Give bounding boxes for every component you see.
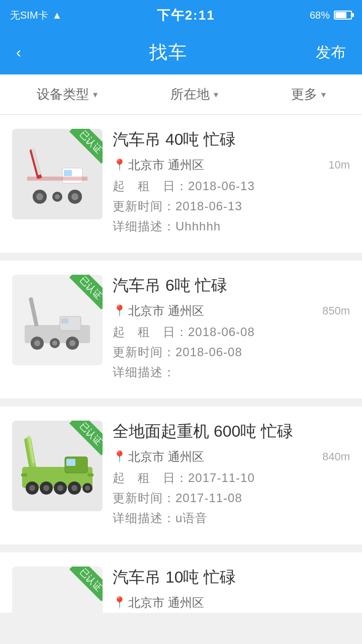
signal-text: 无SIM卡 [10,9,48,22]
svg-rect-38 [21,473,27,476]
certified-label: 已认证 [69,275,103,309]
svg-rect-11 [27,177,87,181]
update-time: 更新时间：2018-06-08 [113,344,350,360]
description: 详细描述：u语音 [113,510,350,526]
card-location: 📍 北京市 通州区 [113,157,204,173]
card-location-row: 📍 北京市 通州区 10m [113,157,350,173]
certified-label: 已认证 [69,567,103,601]
wifi-icon: ▲ [52,10,62,21]
location-icon: 📍 [113,158,126,172]
card-distance: 10m [328,158,350,172]
list-item[interactable]: 已认证 汽车吊 10吨 忙碌 📍 北京市 通州区 [0,552,362,613]
card-location-row: 📍 北京市 通州区 [113,595,350,611]
card-location: 📍 北京市 通州区 [113,595,204,611]
description: 详细描述：Uhhhhh [113,218,350,234]
start-date: 起 租 日：2018-06-08 [113,324,350,340]
chevron-down-icon: ▾ [321,89,326,100]
battery-icon [334,11,352,20]
list-item[interactable]: 已认证 [0,407,362,544]
page-title: 找车 [149,40,188,65]
location-text: 北京市 通州区 [128,157,204,173]
crane-image-container: 已认证 [12,275,103,365]
svg-rect-14 [61,318,68,324]
crane-image-container: 已认证 [12,421,103,511]
certified-label: 已认证 [69,421,103,455]
card-details: 全地面起重机 600吨 忙碌 📍 北京市 通州区 840m 起 租 日：2017… [113,421,350,530]
certified-badge: 已认证 [62,129,103,169]
card-title: 汽车吊 6吨 忙碌 [113,275,350,297]
svg-point-21 [52,341,57,346]
list-item[interactable]: 已认证 汽车吊 40 [0,115,362,253]
svg-point-37 [85,486,90,491]
publish-button[interactable]: 发布 [312,38,350,67]
filter-equipment-type[interactable]: 设备类型 ▾ [37,86,98,103]
card-location: 📍 北京市 通州区 [113,449,204,465]
location-text: 北京市 通州区 [128,449,204,465]
description: 详细描述： [113,364,350,380]
location-icon: 📍 [113,596,126,609]
card-title: 汽车吊 40吨 忙碌 [113,129,350,151]
filter-more-label: 更多 [291,86,317,103]
update-time: 更新时间：2017-11-08 [113,490,350,506]
svg-point-6 [36,193,43,200]
svg-rect-2 [64,170,72,176]
start-date: 起 租 日：2017-11-10 [113,470,350,486]
svg-rect-15 [29,297,39,327]
svg-point-19 [69,340,75,346]
list-item[interactable]: 已认证 汽车吊 6吨 忙碌 📍 北京市 通州区 [0,261,362,398]
start-date: 起 租 日：2018-06-13 [113,178,350,194]
filter-more[interactable]: 更多 ▾ [291,86,326,103]
svg-point-29 [29,485,35,491]
card-details: 汽车吊 10吨 忙碌 📍 北京市 通州区 [113,567,350,613]
card-location: 📍 北京市 通州区 [113,303,204,319]
svg-point-31 [43,485,49,491]
card-location-row: 📍 北京市 通州区 850m [113,303,350,319]
filter-equipment-label: 设备类型 [37,86,89,103]
card-details: 汽车吊 40吨 忙碌 📍 北京市 通州区 10m 起 租 日：2018-06-1… [113,129,350,238]
certified-badge: 已认证 [62,275,103,315]
location-icon: 📍 [113,304,126,317]
svg-point-10 [55,194,60,199]
status-right: 68% [310,10,352,21]
card-title: 汽车吊 10吨 忙碌 [113,567,350,589]
header: ‹ 找车 发布 [0,30,362,74]
svg-point-8 [71,193,78,200]
chevron-down-icon: ▾ [93,89,98,100]
card-list: 已认证 汽车吊 40 [0,115,362,613]
certified-badge: 已认证 [62,421,103,461]
status-time: 下午2:11 [157,7,215,24]
update-time: 更新时间：2018-06-13 [113,198,350,214]
card-distance: 840m [322,450,350,463]
status-bar: 无SIM卡 ▲ 下午2:11 68% [0,0,362,30]
certified-label: 已认证 [69,129,103,164]
filter-location-label: 所在地 [170,86,210,103]
svg-point-35 [71,485,77,491]
status-left: 无SIM卡 ▲ [10,9,62,22]
svg-point-33 [57,485,63,491]
location-text: 北京市 通州区 [128,303,204,319]
card-distance: 850m [322,304,350,317]
svg-rect-39 [87,473,94,476]
filter-location[interactable]: 所在地 ▾ [170,86,218,103]
chevron-down-icon: ▾ [214,89,218,100]
card-details: 汽车吊 6吨 忙碌 📍 北京市 通州区 850m 起 租 日：2018-06-0… [113,275,350,384]
location-icon: 📍 [113,450,126,463]
location-text: 北京市 通州区 [128,595,204,611]
crane-image-container: 已认证 [12,129,103,219]
battery-percent: 68% [310,10,330,21]
crane-image-container: 已认证 [12,567,103,613]
card-title: 全地面起重机 600吨 忙碌 [113,421,350,443]
certified-badge: 已认证 [62,567,103,607]
svg-point-17 [34,340,40,346]
filter-bar: 设备类型 ▾ 所在地 ▾ 更多 ▾ [0,74,362,115]
back-button[interactable]: ‹ [12,40,25,65]
card-location-row: 📍 北京市 通州区 840m [113,449,350,465]
